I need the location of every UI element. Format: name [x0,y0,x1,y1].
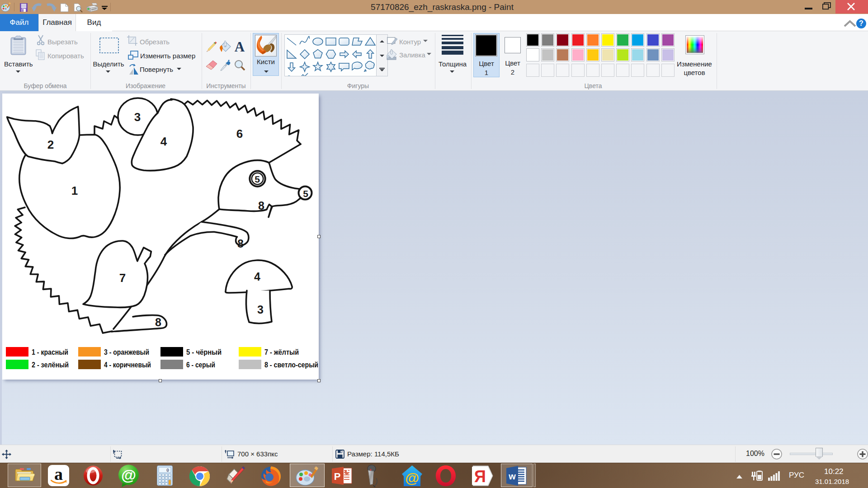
svg-text:1 - красный: 1 - красный [32,348,68,356]
svg-text:3: 3 [257,303,264,316]
svg-text:Я: Я [474,467,486,486]
svg-text:3: 3 [134,110,141,124]
svg-text:P: P [334,471,341,482]
svg-text:@: @ [121,466,136,483]
svg-text:1: 1 [71,184,78,197]
svg-text:4: 4 [254,270,260,283]
svg-text:2 - зелёный: 2 - зелёный [32,361,69,369]
svg-text:w: w [508,471,516,481]
svg-text:5: 5 [303,188,308,199]
svg-text:7 - жёлтый: 7 - жёлтый [264,348,299,356]
svg-text:8: 8 [155,316,161,328]
svg-text:6 - серый: 6 - серый [186,361,215,369]
svg-text:@: @ [405,470,419,486]
svg-text:6: 6 [236,127,243,141]
svg-text:8 - светло-серый: 8 - светло-серый [264,361,318,369]
svg-text:8: 8 [258,199,264,212]
svg-text:2: 2 [47,138,54,151]
svg-text:7: 7 [119,271,126,285]
svg-text:4 - коричневый: 4 - коричневый [104,361,151,369]
svg-text:5 - чёрный: 5 - чёрный [186,348,222,356]
svg-text:0: 0 [166,468,169,473]
svg-text:8: 8 [237,237,244,250]
svg-text:4: 4 [160,135,167,148]
svg-text:5: 5 [255,174,260,184]
svg-text:3 - оранжевый: 3 - оранжевый [104,348,149,356]
